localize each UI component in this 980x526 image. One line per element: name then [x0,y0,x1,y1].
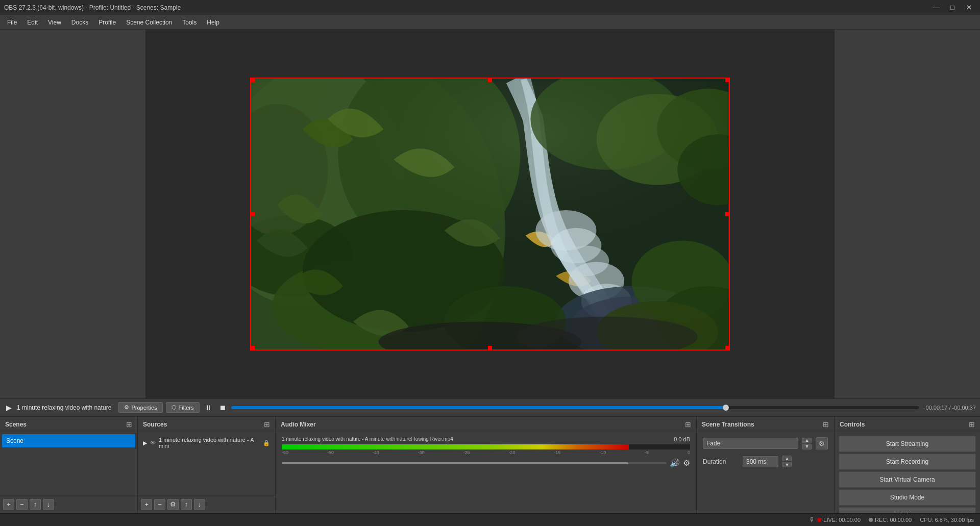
selection-handle-mt[interactable] [488,78,492,82]
start-virtual-camera-button[interactable]: Start Virtual Camera [839,471,976,488]
audio-level-fill [282,444,629,449]
transition-type-row: Fade Cut Swipe Slide ▲ ▼ ⚙ [699,434,832,453]
duration-nav-buttons: ▲ ▼ [782,456,792,467]
scene-item[interactable]: Scene [2,434,135,447]
remove-source-button[interactable]: − [154,499,165,510]
duration-input[interactable] [743,456,778,467]
rec-indicator [869,518,873,522]
window-title: OBS 27.2.3 (64-bit, windows) - Profile: … [4,4,181,11]
eye-icon: 👁 [150,440,156,446]
play-button[interactable]: ▶ [4,403,14,413]
video-frame [251,79,729,349]
sources-panel-title: Sources [143,421,167,428]
studio-mode-button[interactable]: Studio Mode [839,489,976,506]
maximize-button[interactable]: □ [945,3,960,13]
main-content: ▶ 1 minute relaxing video with nature ⚙ … [0,30,980,526]
audio-panel-title: Audio Mixer [281,421,316,428]
duration-decrease-button[interactable]: ▼ [782,462,792,467]
filters-button[interactable]: ⬡ Filters [166,402,200,413]
transition-prev-button[interactable]: ▲ [802,438,812,443]
progress-bar[interactable] [231,406,919,409]
move-source-up-button[interactable]: ↑ [181,499,192,510]
add-scene-button[interactable]: + [3,499,14,510]
transition-type-select[interactable]: Fade Cut Swipe Slide [703,438,798,449]
source-name: 1 minute relaxing video with nature - A … [159,437,260,449]
menu-scene-collection[interactable]: Scene Collection [121,17,177,28]
audio-controls: 🔊 ⚙ [282,458,690,468]
minimize-button[interactable]: — [929,3,943,13]
lock-icon: 🔒 [263,440,270,446]
duration-increase-button[interactable]: ▲ [782,456,792,461]
live-status: 🎙 LIVE: 00:00:00 [809,516,861,523]
add-source-button[interactable]: + [141,499,152,510]
menubar: File Edit View Docks Profile Scene Colle… [0,15,980,30]
start-streaming-button[interactable]: Start Streaming [839,436,976,452]
source-item[interactable]: ▶ 👁 1 minute relaxing video with nature … [140,434,273,452]
selection-handle-mb[interactable] [488,346,492,350]
svg-rect-23 [252,79,728,349]
transition-next-button[interactable]: ▼ [802,444,812,449]
properties-button[interactable]: ⚙ Properties [118,402,162,413]
menu-profile[interactable]: Profile [93,17,121,28]
preview-area [0,30,980,398]
cpu-label: CPU: 6.8%, 30.00 fps [920,517,974,523]
transition-nav-buttons: ▲ ▼ [802,438,812,449]
scenes-panel-footer: + − ↑ ↓ [0,495,137,513]
audio-mixer-panel: Audio Mixer ⊞ 1 minute relaxing video wi… [276,417,697,513]
source-settings-button[interactable]: ⚙ [167,499,179,510]
move-scene-up-button[interactable]: ↑ [30,499,41,510]
pause-button[interactable]: ⏸ [203,403,214,413]
bottom-panels: Scenes ⊞ Scene + − ↑ ↓ Sources ⊞ ▶ [0,416,980,513]
scenes-panel-title: Scenes [5,421,27,428]
selection-handle-br[interactable] [725,346,729,350]
scene-transitions-panel: Scene Transitions ⊞ Fade Cut Swipe Slide… [697,417,835,513]
scenes-panel-header: Scenes ⊞ [0,417,137,432]
selection-handle-mr[interactable] [725,212,729,216]
transitions-panel-title: Scene Transitions [702,421,754,428]
progress-handle[interactable] [723,405,729,411]
audio-track: 1 minute relaxing video with nature - A … [278,434,694,470]
audio-db-display: 0.0 dB [674,436,690,442]
volume-slider[interactable] [282,462,667,464]
menu-tools[interactable]: Tools [177,17,202,28]
mute-icon[interactable]: 🔊 [670,458,680,468]
audio-level-bar [282,444,690,449]
rec-status: REC: 00:00:00 [869,517,912,523]
controls-panel: Controls ⊞ Start Streaming Start Recordi… [835,417,980,513]
sources-panel-header: Sources ⊞ [138,417,275,432]
left-sidebar [0,30,145,398]
audio-track-label: 1 minute relaxing video with nature - A … [282,436,453,442]
selection-handle-bl[interactable] [251,346,255,350]
selection-handle-tl[interactable] [251,78,255,82]
sources-panel: Sources ⊞ ▶ 👁 1 minute relaxing video wi… [138,417,276,513]
scenes-panel: Scenes ⊞ Scene + − ↑ ↓ [0,417,138,513]
volume-fill [282,462,628,464]
remove-scene-button[interactable]: − [16,499,28,510]
menu-docks[interactable]: Docks [66,17,93,28]
stop-button[interactable]: ⏹ [217,403,228,413]
controls-panel-icon: ⊞ [969,420,975,429]
move-source-down-button[interactable]: ↓ [194,499,205,510]
start-recording-button[interactable]: Start Recording [839,454,976,470]
settings-button[interactable]: Settings [839,507,976,513]
microphone-icon: 🎙 [809,516,815,523]
filter-icon: ⬡ [172,404,177,411]
menu-file[interactable]: File [2,17,22,28]
move-scene-down-button[interactable]: ↓ [43,499,54,510]
selection-handle-tr[interactable] [725,78,729,82]
video-preview [250,78,730,350]
titlebar: OBS 27.2.3 (64-bit, windows) - Profile: … [0,0,980,15]
transition-settings-button[interactable]: ⚙ [816,437,828,449]
right-sidebar [835,30,980,398]
menu-help[interactable]: Help [202,17,225,28]
transition-duration-row: Duration ▲ ▼ [699,453,832,470]
rec-label: REC: 00:00:00 [875,517,912,523]
controls-panel-header: Controls ⊞ [835,417,980,432]
sources-panel-footer: + − ⚙ ↑ ↓ [138,495,275,513]
close-button[interactable]: ✕ [962,3,976,13]
menu-view[interactable]: View [43,17,66,28]
menu-edit[interactable]: Edit [22,17,43,28]
audio-settings-icon[interactable]: ⚙ [683,458,690,468]
selection-handle-ml[interactable] [251,212,255,216]
audio-panel-content: 1 minute relaxing video with nature - A … [276,432,696,513]
